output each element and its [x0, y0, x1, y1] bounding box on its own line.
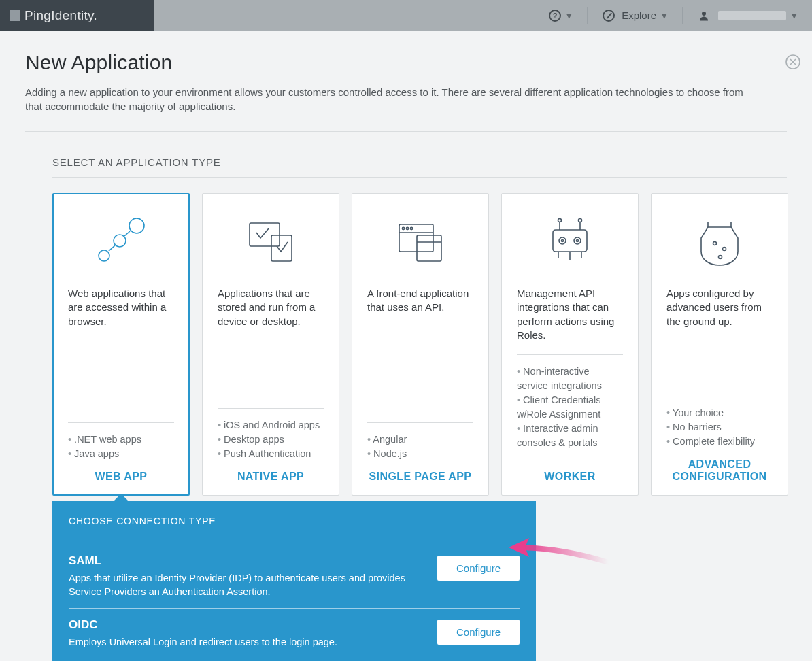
- configure-saml-button[interactable]: Configure: [437, 556, 520, 581]
- spa-icon: [367, 210, 473, 275]
- svg-point-33: [723, 247, 726, 250]
- web-app-icon: [68, 210, 174, 275]
- section-label: SELECT AN APPLICATION TYPE: [52, 156, 812, 168]
- user-menu[interactable]: ▾: [683, 0, 812, 31]
- card-title: NATIVE APP: [218, 471, 324, 483]
- card-examples: .NET web apps Java apps: [68, 433, 174, 461]
- divider: [68, 422, 174, 423]
- svg-point-13: [402, 227, 404, 229]
- card-examples: Your choice No barriers Complete flexibi…: [666, 406, 773, 449]
- svg-point-21: [562, 239, 564, 241]
- brand-text-a: Ping: [24, 8, 51, 23]
- list-item: Push Authentication: [218, 447, 324, 461]
- app-type-advanced-configuration[interactable]: Apps configured by advanced users from t…: [651, 193, 788, 496]
- divider: [666, 396, 773, 396]
- svg-point-0: [702, 12, 706, 16]
- svg-point-32: [713, 241, 717, 245]
- user-name-redacted: [718, 11, 786, 20]
- svg-point-4: [129, 218, 144, 233]
- list-item: .NET web apps: [68, 433, 174, 447]
- connection-desc: Apps that utilize an Identity Provider (…: [69, 572, 409, 598]
- card-desc: Web applications that are accessed withi…: [68, 287, 174, 328]
- application-type-cards: Web applications that are accessed withi…: [52, 193, 812, 496]
- connection-type-panel: CHOOSE CONNECTION TYPE SAML Apps that ut…: [52, 501, 536, 661]
- svg-rect-18: [553, 230, 587, 252]
- brand-logo[interactable]: PingIdentity.: [0, 0, 154, 31]
- card-title: WEB APP: [68, 471, 174, 483]
- svg-point-22: [577, 239, 579, 241]
- svg-rect-10: [271, 235, 292, 261]
- card-title: ADVANCED CONFIGURATION: [666, 458, 773, 483]
- card-title: WORKER: [517, 471, 623, 483]
- user-icon: [698, 10, 710, 22]
- card-desc: Apps configured by advanced users from t…: [666, 287, 773, 328]
- list-item: Java apps: [68, 447, 174, 461]
- divider: [69, 535, 520, 535]
- card-desc: A front-end application that uses an API…: [367, 287, 473, 315]
- chevron-down-icon: ▾: [566, 10, 572, 22]
- svg-rect-16: [417, 235, 441, 261]
- list-item: Interactive admin consoles & portals: [517, 422, 623, 450]
- help-icon: ?: [549, 10, 561, 22]
- app-type-worker[interactable]: Management API integrations that can per…: [501, 193, 639, 496]
- list-item: No barriers: [666, 420, 773, 435]
- app-type-single-page-app[interactable]: A front-end application that uses an API…: [352, 193, 489, 496]
- card-desc: Applications that are stored and run fro…: [218, 287, 324, 328]
- logo-mark-icon: [10, 10, 20, 21]
- list-item: Angular: [367, 433, 473, 447]
- divider: [218, 408, 324, 409]
- page-title: New Application: [25, 51, 787, 74]
- card-examples: iOS and Android apps Desktop apps Push A…: [218, 418, 324, 461]
- connection-title: OIDC: [69, 618, 337, 632]
- list-item: Desktop apps: [218, 433, 324, 447]
- list-item: Node.js: [367, 447, 473, 461]
- explore-label: Explore: [622, 10, 656, 21]
- advanced-icon: [666, 210, 773, 275]
- list-item: Non-interactive service integrations: [517, 365, 623, 393]
- svg-point-24: [558, 218, 562, 222]
- brand-text-b: Identity.: [51, 8, 97, 23]
- compass-icon: [603, 10, 615, 22]
- native-app-icon: [218, 210, 324, 275]
- svg-point-15: [410, 227, 412, 229]
- connection-desc: Employs Universal Login and redirect use…: [69, 636, 337, 649]
- svg-point-19: [559, 237, 566, 244]
- svg-point-6: [99, 250, 109, 261]
- card-examples: Non-interactive service integrations Cli…: [517, 365, 623, 450]
- chevron-down-icon: ▾: [792, 10, 797, 22]
- app-type-web-app[interactable]: Web applications that are accessed withi…: [52, 193, 190, 496]
- chevron-down-icon: ▾: [662, 10, 667, 22]
- connection-saml: SAML Apps that utilize an Identity Provi…: [69, 545, 520, 608]
- svg-point-34: [719, 255, 722, 258]
- card-desc: Management API integrations that can per…: [517, 287, 623, 342]
- svg-line-8: [109, 245, 115, 251]
- divider: [52, 177, 787, 178]
- connection-oidc: OIDC Employs Universal Login and redirec…: [69, 609, 520, 659]
- configure-oidc-button[interactable]: Configure: [437, 620, 520, 645]
- list-item: Complete flexibility: [666, 435, 773, 449]
- help-menu[interactable]: ? ▾: [534, 0, 587, 31]
- svg-point-20: [574, 237, 581, 244]
- svg-point-26: [579, 218, 582, 222]
- svg-line-7: [124, 231, 130, 236]
- card-examples: Angular Node.js: [367, 433, 473, 461]
- close-button[interactable]: [785, 54, 801, 70]
- close-icon: [785, 54, 801, 70]
- divider: [367, 422, 473, 423]
- page-description: Adding a new application to your environ…: [25, 85, 746, 114]
- svg-point-5: [114, 235, 126, 247]
- divider: [517, 354, 623, 355]
- app-type-native-app[interactable]: Applications that are stored and run fro…: [202, 193, 339, 496]
- list-item: Your choice: [666, 406, 773, 420]
- worker-icon: [517, 210, 623, 275]
- card-title: SINGLE PAGE APP: [367, 471, 473, 483]
- connection-section-label: CHOOSE CONNECTION TYPE: [69, 515, 520, 526]
- list-item: iOS and Android apps: [218, 418, 324, 433]
- topbar: PingIdentity. ? ▾ Explore ▾ ▾: [0, 0, 812, 31]
- list-item: Client Credentials w/Role Assignment: [517, 393, 623, 422]
- svg-point-14: [406, 227, 408, 229]
- explore-menu[interactable]: Explore ▾: [588, 0, 682, 31]
- svg-rect-9: [250, 223, 280, 246]
- new-application-modal: New Application Adding a new application…: [0, 31, 812, 661]
- connection-title: SAML: [69, 554, 409, 568]
